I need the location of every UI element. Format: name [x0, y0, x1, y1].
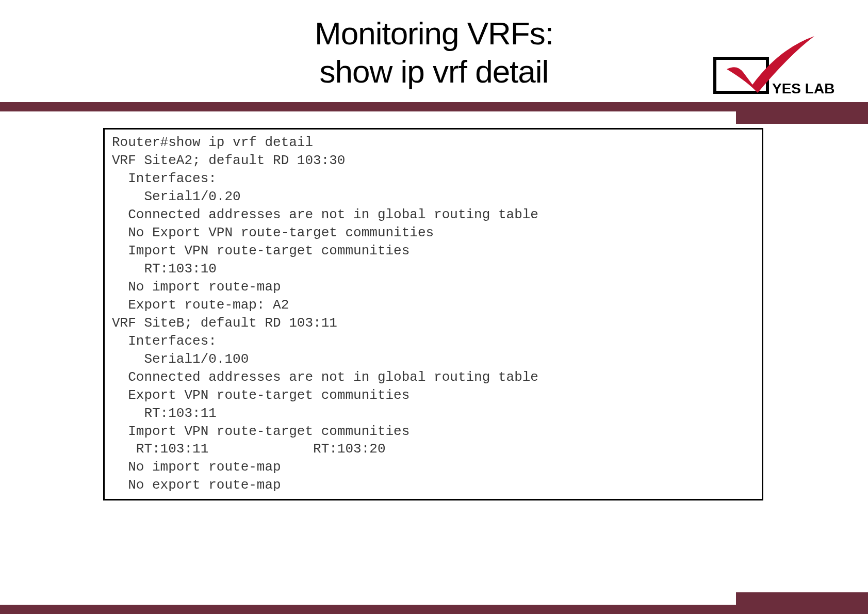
logo-text: YES LAB: [772, 80, 834, 97]
code-line: RT:103:10: [112, 260, 755, 278]
code-line: Connected addresses are not in global ro…: [112, 206, 755, 224]
top-divider-accent: [736, 102, 868, 124]
code-line: Router#show ip vrf detail: [112, 134, 755, 152]
code-line: Import VPN route-target communities: [112, 423, 755, 441]
code-line: Export VPN route-target communities: [112, 386, 755, 405]
code-line: No Export VPN route-target communities: [112, 224, 755, 242]
code-line: Serial1/0.100: [112, 350, 755, 368]
code-line: VRF SiteA2; default RD 103:30: [112, 152, 755, 170]
code-line: Export route-map: A2: [112, 296, 755, 314]
code-content: Router#show ip vrf detail VRF SiteA2; de…: [112, 134, 755, 494]
code-line: Import VPN route-target communities: [112, 242, 755, 260]
terminal-output: Router#show ip vrf detail VRF SiteA2; de…: [103, 128, 763, 500]
code-line: RT:103:11: [112, 405, 755, 423]
yes-lab-logo: YES LAB: [713, 32, 847, 99]
code-line: VRF SiteB; default RD 103:11: [112, 314, 755, 332]
bottom-divider-accent: [736, 592, 868, 614]
code-line: No import route-map: [112, 458, 755, 476]
code-line: Serial1/0.20: [112, 188, 755, 206]
code-line: Connected addresses are not in global ro…: [112, 368, 755, 386]
code-line: Interfaces:: [112, 170, 755, 188]
code-line: No import route-map: [112, 278, 755, 296]
code-line: No export route-map: [112, 476, 755, 494]
code-line: Interfaces:: [112, 332, 755, 350]
code-line: RT:103:11 RT:103:20: [112, 440, 755, 458]
